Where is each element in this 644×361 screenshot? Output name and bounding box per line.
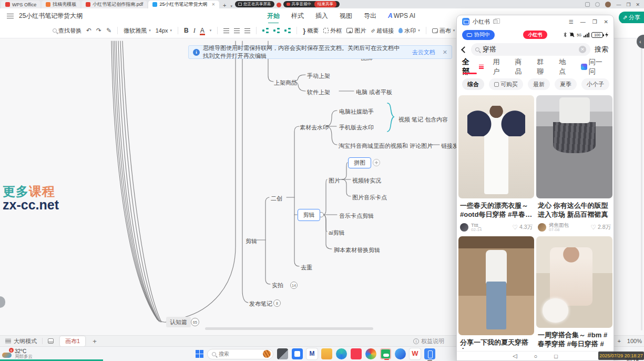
taskbar-search[interactable]: 搜索: [207, 349, 273, 359]
redo-button[interactable]: ↷: [96, 27, 101, 34]
chip-comprehensive[interactable]: 综合: [462, 78, 484, 90]
start-button[interactable]: [196, 350, 203, 358]
like-count[interactable]: ♡2.8万: [590, 224, 611, 231]
find-replace-button[interactable]: 查找替换: [53, 27, 81, 35]
tab-goods[interactable]: 商品: [515, 57, 528, 76]
insert-subtopic-button[interactable]: [273, 28, 280, 33]
italic-button[interactable]: I: [193, 27, 196, 35]
globe-icon[interactable]: [595, 2, 600, 7]
outline-button[interactable]: }概要: [303, 27, 319, 35]
phone-close-button[interactable]: ✕: [604, 19, 608, 25]
mindmap-node-yinyue[interactable]: 音乐卡点剪辑: [339, 212, 374, 220]
tab-template[interactable]: 找稿壳模板: [42, 1, 80, 8]
mindmap-node-pintu-selected[interactable]: 拼图: [348, 157, 371, 168]
menu-home[interactable]: 开始: [267, 12, 280, 21]
feed-card[interactable]: 分享一下我的夏天穿搭合: [458, 236, 534, 349]
share-button[interactable]: ⇗分享: [619, 12, 644, 24]
image-button[interactable]: 图片: [346, 27, 366, 35]
mindmap-node-ai[interactable]: ai剪辑: [329, 229, 345, 237]
like-count[interactable]: ♡4.3万: [512, 224, 533, 231]
outline-mode-icon[interactable]: [5, 339, 11, 343]
chip-petite[interactable]: 小个子: [581, 78, 609, 90]
photos-app-icon[interactable]: [365, 348, 376, 359]
tab-groups[interactable]: 群聊: [537, 57, 550, 76]
mindmap-node-sucai[interactable]: 素材去水印: [300, 124, 329, 132]
chip-newest[interactable]: 最新: [528, 78, 550, 90]
go-cloud-docs-link[interactable]: 去云文档: [412, 48, 435, 56]
clear-search-icon[interactable]: ✕: [579, 46, 586, 53]
mindmap-node-taobao[interactable]: 淘宝抖音商城里面的视频和 评论图片: [339, 142, 433, 150]
align-left-button[interactable]: [223, 28, 229, 33]
mindmap-node-shangjia[interactable]: 上架商品: [274, 79, 297, 87]
microsoft-store-icon[interactable]: [292, 348, 303, 359]
filter-icon[interactable]: [479, 65, 484, 69]
new-tab-button[interactable]: +: [220, 2, 229, 8]
tab-mindmap-active[interactable]: 25小红书笔记带货大纲✕: [148, 1, 219, 8]
menu-wps-ai[interactable]: AWPS AI: [388, 12, 415, 19]
search-submit-button[interactable]: 搜索: [595, 45, 608, 54]
mindmap-node-quzhong[interactable]: 去重: [301, 264, 312, 272]
mindmap-node-jiaoben[interactable]: 脚本素材替换剪辑: [334, 246, 380, 254]
user-avatar[interactable]: [538, 223, 546, 232]
canvas-tab[interactable]: 画布1: [60, 336, 85, 346]
collaboration-badge[interactable]: 协同中: [462, 30, 495, 40]
red-app-icon[interactable]: [351, 348, 362, 359]
task-view-button[interactable]: [277, 348, 288, 359]
align-center-button[interactable]: [234, 28, 240, 33]
mindmap-node-shipai[interactable]: 实拍: [272, 282, 283, 289]
outline-mode-button[interactable]: 大纲模式: [14, 337, 37, 345]
chip-buyable[interactable]: 可购买: [489, 78, 523, 90]
search-input[interactable]: 穿搭 ✕: [471, 43, 590, 56]
font-color-button[interactable]: A: [200, 27, 205, 34]
minimize-button[interactable]: —: [616, 2, 621, 7]
phone-link-icon-active[interactable]: [424, 348, 435, 359]
tab-users[interactable]: 用户: [493, 57, 506, 76]
frame-button[interactable]: 外框: [323, 27, 342, 35]
file-explorer-icon[interactable]: [321, 348, 332, 359]
align-right-button[interactable]: [244, 28, 250, 33]
hamburger-menu-icon[interactable]: [7, 14, 14, 18]
close-tab-icon[interactable]: ✕: [211, 2, 215, 7]
mindmap-node-shikuang[interactable]: 视频转实况: [352, 177, 381, 185]
font-family-select[interactable]: 微软雅黑▾: [124, 27, 151, 35]
add-child-icon[interactable]: [373, 159, 380, 166]
vertical-scrollbar[interactable]: [641, 41, 642, 330]
mindmap-node-fabu[interactable]: 发布笔记: [249, 300, 272, 308]
insert-topic-button[interactable]: [262, 28, 269, 33]
mindmap-node-erchuang[interactable]: 二创: [271, 195, 282, 203]
layout-icon[interactable]: [585, 2, 590, 7]
add-canvas-button[interactable]: +: [93, 337, 97, 345]
tab-wps-office[interactable]: WPS Office: [1, 1, 40, 8]
nav-home-icon[interactable]: ○: [534, 353, 538, 359]
mindmap-node-diannao[interactable]: 电脑 或者平板: [356, 88, 392, 96]
restore-button[interactable]: ❐: [626, 2, 630, 7]
menu-export[interactable]: 导出: [364, 12, 376, 21]
collapsed-count-renzhi[interactable]: 65: [191, 318, 199, 326]
phone-menu-icon[interactable]: ☰: [569, 19, 574, 25]
tab-pdf-guide[interactable]: 小红书笔记创作指南.pdf: [81, 1, 147, 8]
quark-browser-icon[interactable]: [395, 348, 406, 359]
feed-card[interactable]: 龙心 你有这么牛的版型进入市场 新品百褶裙真的… 烤焦面包07-08 ♡2.8万: [536, 95, 612, 219]
menu-insert[interactable]: 插入: [315, 12, 328, 21]
rights-info[interactable]: i权益说明: [413, 337, 444, 345]
mindmap-node-kadian[interactable]: 图片音乐卡点: [352, 194, 387, 202]
mindmap-node-renzhi[interactable]: 认知篇: [166, 317, 191, 327]
mindmap-node-tupian[interactable]: 图片: [329, 177, 340, 185]
phone-restore-button[interactable]: ❐: [592, 19, 597, 25]
mindmap-node-ruanjian[interactable]: 软件上架: [307, 88, 330, 96]
chip-summer[interactable]: 夏季: [555, 78, 577, 90]
theme-icon[interactable]: [48, 338, 54, 344]
close-button[interactable]: ✕: [636, 2, 640, 7]
nav-recents-icon[interactable]: □: [554, 353, 558, 359]
mindmap-node-baohan[interactable]: 视频 笔记 包含内容: [398, 116, 448, 124]
mindmap-node-shoudong[interactable]: 手动上架: [307, 72, 330, 80]
user-avatar[interactable]: [460, 223, 468, 232]
format-painter-icon[interactable]: ✎: [106, 27, 111, 34]
back-icon[interactable]: [461, 46, 468, 53]
mindmap-node-jianji[interactable]: 剪辑: [246, 237, 257, 245]
mindmap-node-shemei[interactable]: 电脑社媒助手: [339, 108, 374, 116]
font-size-select[interactable]: 14px▾: [156, 27, 172, 34]
account-avatar[interactable]: [605, 2, 611, 7]
tab-ask[interactable]: 问一问: [589, 57, 608, 76]
tab-places[interactable]: 地点: [559, 57, 572, 76]
